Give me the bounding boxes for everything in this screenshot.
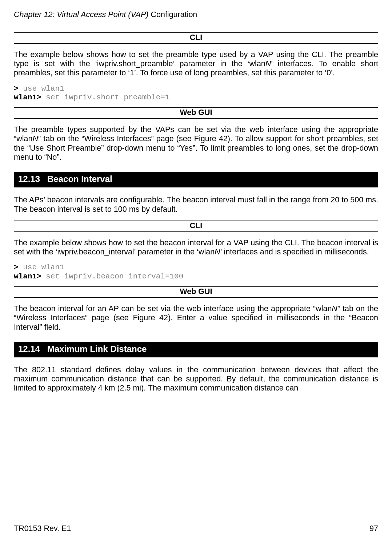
section-title: Beacon Interval <box>47 174 112 185</box>
chapter-title-plain: Configuration <box>151 10 197 19</box>
footer-doc-id: TR0153 Rev. E1 <box>14 524 71 534</box>
text-run: ’ interfaces and is specified in millise… <box>220 247 369 256</box>
cli-heading-box: CLI <box>14 221 378 232</box>
beacon-cli-paragraph: The example below shows how to set the b… <box>14 238 378 257</box>
text-run: The beacon interval for an AP can be set… <box>14 304 332 313</box>
page-header: Chapter 12: Virtual Access Point (VAP) C… <box>14 10 378 22</box>
chapter-title-italic: Chapter 12: Virtual Access Point (VAP) <box>14 10 151 19</box>
cli-command: set iwpriv.beacon_interval=100 <box>41 272 184 281</box>
cli-command: use wlan1 <box>23 84 64 93</box>
beacon-webgui-paragraph: The beacon interval for an AP can be set… <box>14 304 378 332</box>
cli-prompt: > <box>14 263 23 272</box>
preamble-cli-paragraph: The example below shows how to set the p… <box>14 50 378 78</box>
cli-prompt: wlan1> <box>14 93 41 102</box>
section-number: 12.14 <box>18 344 47 354</box>
italic-n: N <box>215 247 220 256</box>
italic-n: N <box>265 59 271 68</box>
cli-command: use wlan1 <box>23 263 64 272</box>
maxlink-intro-paragraph: The 802.11 standard defines delay values… <box>14 365 378 393</box>
italic-n: N <box>32 134 38 143</box>
footer-page-number: 97 <box>369 524 378 534</box>
cli-example-beacon: > use wlan1 wlan1> set iwpriv.beacon_int… <box>14 263 378 281</box>
cli-prompt: wlan1> <box>14 272 41 281</box>
page-footer: TR0153 Rev. E1 97 <box>14 524 378 534</box>
section-number: 12.13 <box>18 174 47 185</box>
section-heading-beacon: 12.13 Beacon Interval <box>14 172 378 187</box>
text-run: ” tab on the “Wireless Interfaces” page … <box>14 134 378 162</box>
webgui-heading-box: Web GUI <box>14 107 378 119</box>
cli-command: set iwpriv.short_preamble=1 <box>41 93 170 102</box>
preamble-webgui-paragraph: The preamble types supported by the VAPs… <box>14 125 378 162</box>
beacon-intro-paragraph: The APs’ beacon intervals are configurab… <box>14 195 378 214</box>
cli-prompt: > <box>14 84 23 93</box>
cli-heading-box: CLI <box>14 32 378 44</box>
cli-example-preamble: > use wlan1 wlan1> set iwpriv.short_prea… <box>14 84 378 103</box>
section-heading-maxlink: 12.14 Maximum Link Distance <box>14 342 378 357</box>
webgui-heading-box: Web GUI <box>14 286 378 298</box>
section-title: Maximum Link Distance <box>47 344 147 354</box>
italic-n: N <box>332 304 337 313</box>
